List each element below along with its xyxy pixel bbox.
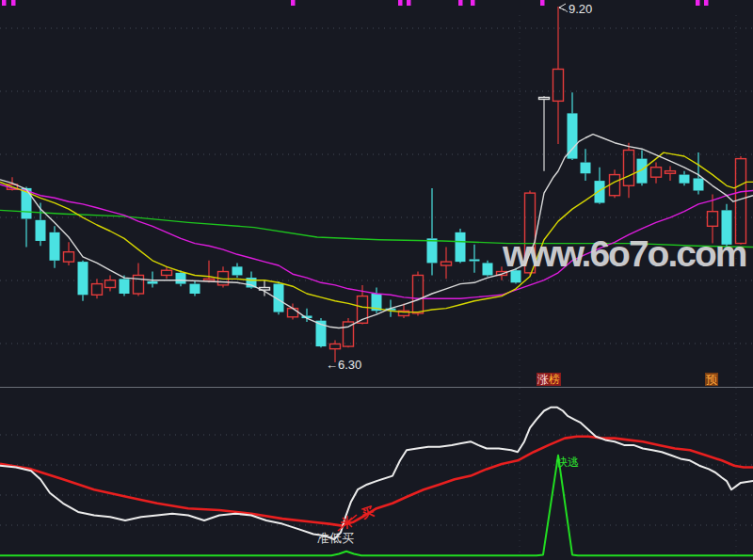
event-tick-icon — [696, 0, 700, 6]
indicator-green — [0, 456, 753, 556]
low-price-label: ←6.30 — [326, 359, 361, 371]
sell-signal-label: 快逃 — [556, 456, 579, 468]
watermark: www.6o7o.com — [503, 235, 745, 272]
indicator-white — [0, 408, 753, 539]
event-tick-icon — [471, 0, 475, 6]
event-tick-icon — [2, 0, 7, 6]
rank-badge[interactable]: 涨榜 — [537, 373, 561, 386]
event-tick-icon — [291, 0, 296, 6]
preview-badge[interactable]: 预 — [705, 373, 718, 386]
buy-star-icon — [338, 515, 357, 531]
high-arrowhead-icon — [559, 4, 566, 10]
event-tick-icon — [398, 0, 403, 6]
rank-badge-char2: 榜 — [549, 373, 560, 386]
rank-badge-char1: 涨 — [537, 373, 549, 386]
event-tick-icon — [458, 0, 463, 6]
event-tick-icon — [540, 0, 545, 6]
event-tick-icon — [704, 0, 709, 6]
buy-signal-label: 准低买 — [317, 532, 354, 544]
stock-chart-window[interactable]: www.6o7o.com 9.20 ←6.30 快逃 准低买 买 涨榜 预 — [0, 0, 753, 560]
event-tick-icon — [11, 0, 16, 6]
chart-canvas[interactable] — [0, 0, 753, 560]
high-price-label: 9.20 — [569, 3, 592, 15]
event-tick-icon — [407, 0, 411, 6]
